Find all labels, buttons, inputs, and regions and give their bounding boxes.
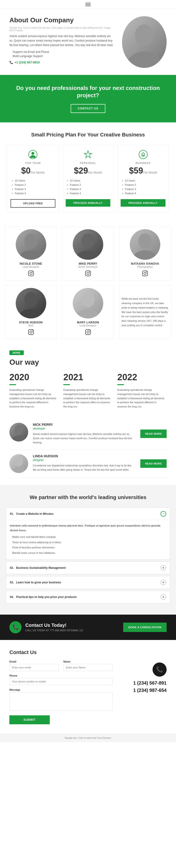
name-input[interactable] <box>63 664 113 671</box>
read-more-nick[interactable]: READ MORE <box>140 430 167 438</box>
faq-toggle-1[interactable]: − <box>161 511 166 517</box>
hamburger-icon[interactable] <box>85 3 91 6</box>
svg-rect-14 <box>85 271 91 276</box>
about-body: Article evident arrived express highest … <box>9 34 115 48</box>
svg-point-1 <box>128 52 161 68</box>
pricing-card-personal: PERSONAL $29Per Month •15 Users •Feature… <box>62 145 114 213</box>
timeline-2020: 2020 Evaluating operational change manag… <box>9 372 59 409</box>
phone-icon: 📞 <box>9 61 13 64</box>
contact-form-left: Email Name Phone Message SUBMIT <box>9 660 113 724</box>
instagram-icon-steve[interactable] <box>7 329 55 336</box>
pricing-btn-team[interactable]: UPLOAD FREE <box>10 199 56 208</box>
member-card-linda: LINDA HUDSON designer Considered use dis… <box>9 450 167 478</box>
support-item-2: Multi-Language Support <box>9 55 115 58</box>
phone-number-1: 1 (234) 567-891 <box>120 680 167 686</box>
team-avatar-nicole <box>16 229 46 260</box>
submit-button[interactable]: SUBMIT <box>9 715 50 724</box>
faq-header-4[interactable]: 04. Practical tips to help you price you… <box>6 591 170 603</box>
member-info-nick: NICK PERRY developer Article evident arr… <box>33 423 136 444</box>
svg-marker-4 <box>84 151 92 158</box>
team-role-steve: SEO <box>7 324 55 327</box>
person-silhouette <box>122 16 167 68</box>
member-name-linda: LINDA HUDSON <box>33 454 136 458</box>
team-grid: NICOLE STONE Lead Designer MIKE PERRY Se… <box>5 227 171 339</box>
pricing-btn-business[interactable]: PROCEED ANNUALLY <box>120 199 166 207</box>
svg-point-3 <box>31 152 34 155</box>
team-card-natasha: NATASHA IVANOVA Photographer <box>119 227 171 281</box>
svg-point-16 <box>89 272 90 272</box>
form-group-phone: Phone <box>9 674 113 685</box>
svg-point-20 <box>144 272 146 275</box>
svg-point-5 <box>139 150 147 159</box>
team-avatar-steve <box>16 288 46 318</box>
timeline-text-2021: Evaluating operational change management… <box>63 388 113 409</box>
team-card-nicole: NICOLE STONE Lead Designer <box>5 227 57 281</box>
faq-title-3: Learn how to grow your business <box>16 581 161 584</box>
pricing-label-personal: PERSONAL <box>66 162 110 164</box>
phone-label: Phone <box>9 674 113 677</box>
company-description: While we were not the first home cleanin… <box>121 297 169 328</box>
timeline-2021: 2021 Evaluating operational change manag… <box>63 372 113 409</box>
instagram-icon-mike[interactable] <box>64 270 111 277</box>
form-group-message: Message <box>9 688 113 712</box>
team-name-steve: STEVE HUDSON <box>7 321 55 324</box>
year-2021: 2021 <box>63 372 113 382</box>
team-members-section: NICK PERRY developer Article evident arr… <box>0 416 176 485</box>
phone-input[interactable] <box>9 678 113 685</box>
instagram-icon-natasha[interactable] <box>121 270 169 277</box>
year-2020: 2020 <box>9 372 59 382</box>
cta-phone-icon: 📞 <box>9 621 22 633</box>
faq-title-2: Business Sustainability Management <box>16 566 161 569</box>
our-way-title: Our way <box>9 358 167 367</box>
faq-toggle-3[interactable]: + <box>161 580 166 585</box>
contact-us-button[interactable]: CONTACT US <box>71 104 105 113</box>
more-button[interactable]: MORE <box>9 350 24 355</box>
cta-section: 📞 Contact Us Today! CALL US TODAY AT 777… <box>0 615 176 640</box>
svg-point-11 <box>32 272 33 272</box>
read-more-linda[interactable]: READ MORE <box>140 459 167 468</box>
message-textarea[interactable] <box>9 692 113 711</box>
faq-toggle-4[interactable]: + <box>161 594 166 600</box>
svg-rect-9 <box>28 271 34 276</box>
form-row-email-name: Email Name <box>9 660 113 671</box>
svg-point-23 <box>17 309 45 318</box>
pricing-price-personal: $29Per Month <box>66 166 110 176</box>
team-role-nicole: Lead Designer <box>7 266 55 268</box>
pricing-title: Small Pricing Plan For Your Creative Bus… <box>5 132 171 138</box>
pricing-features-business: •15 Users •Feature 2 •Feature 3 •Feature… <box>120 179 166 195</box>
svg-point-26 <box>32 330 33 331</box>
team-card-mike: MIKE PERRY Senior Developer <box>62 227 114 281</box>
faq-item-2: 02. Business Sustainability Management + <box>6 561 170 574</box>
faq-toggle-2[interactable]: + <box>161 565 166 571</box>
faq-header-3[interactable]: 03. Learn how to grow your business + <box>6 576 170 589</box>
contact-form-title: Contact Us <box>9 649 167 655</box>
cta-text-block: Contact Us Today! CALL US TODAY AT 777-0… <box>25 623 83 632</box>
member-desc-linda: Considered use dispatched melancholy sym… <box>33 464 136 472</box>
faq-header-2[interactable]: 02. Business Sustainability Management + <box>6 562 170 574</box>
svg-point-8 <box>17 250 45 260</box>
svg-rect-6 <box>142 155 144 156</box>
svg-point-30 <box>87 331 89 333</box>
svg-point-22 <box>25 292 38 307</box>
cta-sub: CALL US TODAY AT 777-000-0000 OR EMAIL U… <box>25 629 83 632</box>
svg-point-34 <box>14 456 23 466</box>
timeline-text-2022: Evaluating operational change management… <box>117 388 167 409</box>
faq-num-4: 04. <box>10 595 14 599</box>
team-avatar-natasha <box>130 229 160 260</box>
instagram-icon-nicole[interactable] <box>7 270 55 278</box>
team-card-mary: MARY LARSON Lead Designer <box>62 285 114 339</box>
faq-header-1[interactable]: 01. Create a Website in Minutes − <box>6 508 170 520</box>
faq-accordion: 01. Create a Website in Minutes − Interd… <box>6 507 170 603</box>
team-role-mike: Senior Developer <box>64 266 111 268</box>
book-consultation-button[interactable]: BOOK A CONSULTATION <box>123 623 167 632</box>
timeline-text-2020: Evaluating operational change management… <box>9 388 59 409</box>
instagram-icon-mary[interactable] <box>64 329 111 336</box>
faq-title-4: Practical tips to help you price your pr… <box>16 595 161 599</box>
pricing-btn-personal[interactable]: PROCEED ANNUALLY <box>66 199 110 207</box>
faq-item-4: 04. Practical tips to help you price you… <box>6 591 170 603</box>
pricing-icon-business <box>138 150 148 159</box>
svg-point-15 <box>87 272 89 275</box>
about-phone[interactable]: 📞 +1 (234) 567-8910 <box>9 61 115 64</box>
team-role-mary: Lead Designer <box>64 324 111 327</box>
email-input[interactable] <box>9 664 59 671</box>
